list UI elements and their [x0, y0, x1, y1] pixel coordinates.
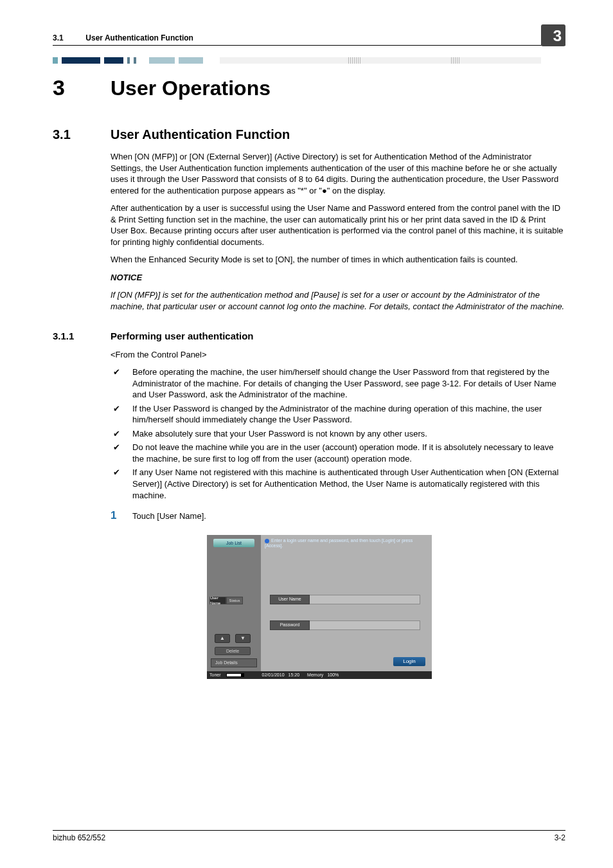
status-time: 15:20 — [289, 672, 300, 678]
svg-rect-18 — [457, 57, 458, 64]
svg-rect-16 — [453, 57, 454, 64]
svg-rect-13 — [358, 57, 359, 64]
running-header-left: 3.1 User Authentication Function — [53, 33, 193, 42]
page-footer: bizhub 652/552 3-2 — [53, 830, 565, 842]
svg-rect-19 — [459, 57, 459, 64]
svg-rect-12 — [356, 57, 357, 64]
running-header-section-title: User Authentication Function — [85, 33, 193, 42]
svg-rect-6 — [179, 57, 203, 64]
notice-body: If [ON (MFP)] is set for the authenticat… — [111, 289, 565, 312]
paragraph-2: After authentication by a user is succes… — [111, 203, 565, 248]
chapter-heading-title: User Operations — [111, 77, 271, 100]
memory-value: 100% — [327, 672, 339, 678]
cp-tabs: User Name Status — [209, 597, 243, 604]
user-name-button[interactable]: User Name — [270, 595, 310, 604]
subsection-heading: 3.1.1 Performing user authentication — [53, 330, 565, 341]
svg-rect-11 — [354, 57, 355, 64]
control-panel-screenshot: Job List User Name Status ▲ ▼ Delete Job… — [207, 535, 432, 679]
svg-rect-7 — [220, 57, 541, 64]
checklist-item: If the User Password is changed by the A… — [111, 403, 565, 426]
toner-label: Toner — [209, 672, 221, 678]
svg-rect-17 — [455, 57, 456, 64]
chapter-heading: 3 User Operations — [53, 75, 565, 100]
svg-rect-2 — [104, 57, 123, 64]
decorative-color-bar — [53, 57, 565, 64]
password-button[interactable]: Password — [270, 620, 310, 630]
subsection-heading-title: Performing user authentication — [111, 330, 254, 341]
svg-rect-4 — [134, 57, 136, 64]
svg-rect-9 — [350, 57, 351, 64]
svg-rect-8 — [348, 57, 349, 64]
delete-button[interactable]: Delete — [215, 647, 251, 655]
sub-source-label: <From the Control Panel> — [111, 349, 565, 361]
arrow-up-icon[interactable]: ▲ — [215, 634, 230, 643]
cp-scroll-arrows: ▲ ▼ — [215, 634, 251, 643]
step-1: 1 Touch [User Name]. — [111, 509, 565, 523]
color-bar-svg — [53, 57, 565, 64]
step-number: 1 — [111, 509, 132, 523]
section-heading: 3.1 User Authentication Function — [53, 127, 565, 142]
chapter-tab: 3 — [541, 24, 565, 46]
checklist-item: Do not leave the machine while you are i… — [111, 442, 565, 464]
tab-user-name[interactable]: User Name — [209, 597, 226, 604]
checklist-item: Make absolutely sure that your User Pass… — [111, 428, 565, 440]
checklist-item: If any User Name not registered with thi… — [111, 467, 565, 501]
chapter-heading-num: 3 — [53, 75, 111, 100]
job-list-button[interactable]: Job List — [213, 539, 254, 547]
svg-rect-5 — [149, 57, 175, 64]
cp-sidebar: Job List User Name Status ▲ ▼ Delete Job… — [207, 535, 261, 671]
user-name-input[interactable] — [310, 595, 420, 604]
section-heading-title: User Authentication Function — [111, 127, 290, 142]
job-details-button[interactable]: Job Details — [211, 658, 257, 667]
checklist: Before operating the machine, the user h… — [111, 366, 565, 501]
notice-heading: NOTICE — [111, 272, 565, 284]
login-button[interactable]: Login — [393, 657, 425, 666]
section-heading-num: 3.1 — [53, 127, 111, 142]
svg-rect-1 — [62, 57, 100, 64]
password-field-row: Password — [270, 620, 420, 630]
toner-bar-icon — [226, 673, 244, 677]
password-input[interactable] — [310, 620, 420, 630]
svg-rect-15 — [451, 57, 452, 64]
svg-rect-14 — [360, 57, 360, 64]
cp-status-bar: Toner 02/01/2010 15:20 Memory 100% — [207, 671, 432, 679]
running-header: 3.1 User Authentication Function 3 — [53, 24, 565, 46]
paragraph-1: When [ON (MFP)] or [ON (External Server)… — [111, 151, 565, 196]
subsection-heading-num: 3.1.1 — [53, 330, 111, 341]
chapter-tab-num: 3 — [553, 27, 562, 45]
arrow-down-icon[interactable]: ▼ — [235, 634, 251, 643]
tab-status[interactable]: Status — [226, 597, 243, 604]
status-date: 02/01/2010 — [262, 672, 285, 678]
checklist-item: Before operating the machine, the user h… — [111, 366, 565, 401]
cp-instruction: Enter a login user name and password, an… — [265, 538, 428, 548]
running-header-section-num: 3.1 — [53, 33, 84, 42]
footer-model: bizhub 652/552 — [53, 833, 105, 842]
memory-label: Memory — [307, 672, 323, 678]
cp-main: Enter a login user name and password, an… — [261, 535, 432, 671]
svg-rect-3 — [127, 57, 130, 64]
user-name-field-row: User Name — [270, 594, 420, 604]
step-text: Touch [User Name]. — [132, 509, 206, 522]
svg-rect-10 — [352, 57, 353, 64]
paragraph-3: When the Enhanced Security Mode is set t… — [111, 254, 565, 266]
svg-rect-0 — [53, 57, 58, 64]
footer-page-num: 3-2 — [555, 833, 565, 842]
